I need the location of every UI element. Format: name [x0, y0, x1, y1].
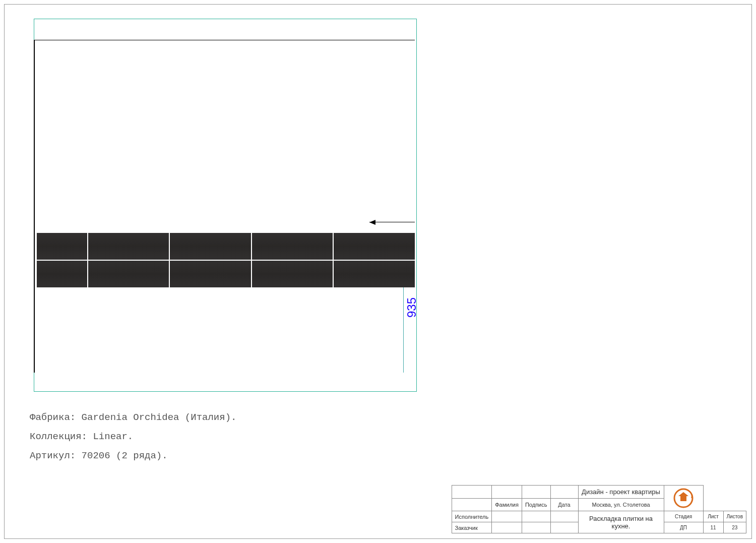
- tb-empty: [522, 511, 550, 522]
- th-podpis: Подпись: [522, 498, 550, 511]
- tb-empty: [492, 511, 522, 522]
- drawing-title: Раскладка плитки на кухне.: [578, 511, 664, 533]
- val-stadiya: ДП: [664, 522, 703, 533]
- tile-layout: [37, 233, 415, 287]
- tile: [88, 233, 169, 260]
- tile: [334, 233, 415, 260]
- tb-empty: [452, 498, 492, 511]
- tile: [170, 233, 251, 260]
- dimension-line: [403, 287, 404, 373]
- elevation-wall: 935: [34, 40, 415, 373]
- material-notes: Фабрика: Gardenia Orchidea (Италия). Кол…: [30, 408, 236, 465]
- val-listov: 23: [723, 522, 746, 533]
- th-list: Лист: [703, 511, 723, 522]
- role-ispolnitel: Исполнитель: [452, 511, 492, 522]
- tile: [252, 233, 333, 260]
- tb-empty: [550, 522, 578, 533]
- tb-empty: [522, 486, 550, 499]
- tile: [37, 233, 87, 260]
- th-data: Дата: [550, 498, 578, 511]
- th-listov: Листов: [723, 511, 746, 522]
- note-article: Артикул: 70206 (2 ряда).: [30, 446, 236, 465]
- tile: [252, 261, 333, 287]
- dimension-label: 935: [405, 297, 419, 318]
- arrow-left-icon: [369, 222, 415, 222]
- note-factory: Фабрика: Gardenia Orchidea (Италия).: [30, 408, 236, 427]
- title-block: Дизайн - проект квартиры Фамилия Подпись…: [452, 485, 746, 533]
- tile: [334, 261, 415, 287]
- tb-empty: [550, 511, 578, 522]
- tb-empty: [550, 486, 578, 499]
- tb-empty: [492, 486, 522, 499]
- th-stadiya: Стадия: [664, 511, 703, 522]
- tb-empty: [522, 522, 550, 533]
- page-frame: 935 Фабрика: Gardenia Orchidea (Италия).…: [4, 4, 752, 539]
- company-logo-icon: [672, 487, 695, 509]
- project-address: Москва, ул. Столетова: [578, 498, 664, 511]
- project-title: Дизайн - проект квартиры: [578, 486, 664, 499]
- val-list: 11: [703, 522, 723, 533]
- role-zakazchik: Заказчик: [452, 522, 492, 533]
- note-collection: Коллекция: Linear.: [30, 427, 236, 446]
- tile: [37, 261, 87, 287]
- logo-cell: [664, 486, 703, 511]
- tb-empty: [452, 486, 492, 499]
- tb-empty: [492, 522, 522, 533]
- tile: [170, 261, 251, 287]
- th-familia: Фамилия: [492, 498, 522, 511]
- tile: [88, 261, 169, 287]
